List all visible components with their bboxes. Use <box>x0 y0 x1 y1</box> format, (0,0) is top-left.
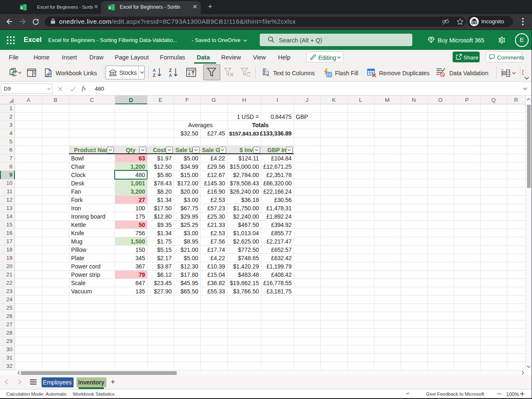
svg-text:A: A <box>169 73 172 78</box>
svg-text:Z: Z <box>153 73 156 78</box>
svg-text:A: A <box>153 68 156 73</box>
svg-text:x: x <box>20 5 23 10</box>
svg-text:x: x <box>108 5 111 10</box>
svg-text:Z: Z <box>169 68 172 73</box>
